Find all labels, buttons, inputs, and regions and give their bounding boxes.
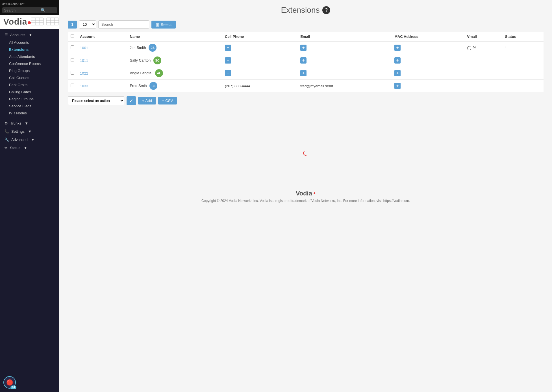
cell-phone-add-button[interactable]: +	[225, 45, 231, 51]
email-add-button[interactable]: +	[300, 57, 307, 64]
sidebar-item-conference-rooms[interactable]: Conference Rooms	[5, 60, 59, 67]
row-checkbox[interactable]	[71, 84, 74, 87]
row-cell-phone-cell: +	[222, 54, 297, 67]
mac-add-button[interactable]: +	[394, 45, 401, 51]
sidebar-item-service-flags[interactable]: Service Flags	[5, 103, 59, 110]
avatar: AL	[155, 69, 163, 77]
per-page-select[interactable]: 10 25 50 100	[79, 20, 96, 29]
mac-add-button[interactable]: +	[394, 83, 401, 89]
row-mac-cell: +	[392, 54, 464, 67]
main-layout: dst003.onc3.net 🔍 Vodia	[0, 0, 552, 392]
sidebar-settings-header[interactable]: 📞 Settings ▼	[0, 127, 59, 136]
help-icon[interactable]: ?	[322, 6, 330, 14]
page-num-button[interactable]: 1	[68, 21, 77, 29]
sidebar-item-call-queues[interactable]: Call Queues	[5, 74, 59, 81]
grid-svg-2	[46, 18, 59, 25]
th-name: Name	[127, 32, 222, 41]
row-mac-cell: +	[392, 41, 464, 54]
sidebar-search-input[interactable]	[4, 8, 41, 12]
sidebar-advanced-header[interactable]: 🔧 Advanced ▼	[0, 136, 59, 144]
th-vmail: Vmail	[464, 32, 502, 41]
footer-logo-text: Vodia	[296, 190, 312, 197]
list-icon: ☰	[5, 33, 8, 37]
bottom-actions: Please select an action ✓ + Add + CSV	[68, 96, 544, 105]
account-link[interactable]: 1011	[80, 58, 88, 63]
row-account-cell: 1011	[77, 54, 127, 67]
hostname: dst003.onc3.net	[2, 2, 57, 6]
row-account-cell: 1033	[77, 80, 127, 92]
email-add-button[interactable]: +	[300, 45, 307, 51]
row-checkbox-cell	[68, 41, 77, 54]
row-checkbox[interactable]	[71, 45, 74, 49]
avatar: SC	[153, 56, 161, 64]
grid-icon-2[interactable]	[46, 18, 59, 26]
gear-icon: ⚙	[5, 121, 8, 125]
avatar: JS	[149, 44, 157, 52]
cell-phone-add-button[interactable]: +	[225, 70, 231, 76]
chevron-down-icon: ▼	[28, 129, 32, 134]
row-status-cell	[502, 80, 544, 92]
extensions-table: Account Name Cell Phone Email MAC Addres…	[68, 32, 544, 92]
row-name-cell: Jim Smith JS	[127, 41, 222, 54]
select-all-checkbox[interactable]	[71, 34, 74, 38]
action-select[interactable]: Please select an action	[68, 96, 124, 105]
mac-add-button[interactable]: +	[394, 57, 401, 64]
sidebar-item-calling-cards[interactable]: Calling Cards	[5, 88, 59, 95]
check-button[interactable]: ✓	[127, 96, 136, 105]
status-value: 1	[505, 46, 507, 50]
row-name-cell: Sally Carlton SC	[127, 54, 222, 67]
logo-dots	[28, 21, 31, 24]
radio-icon-btn[interactable]: 🔴 14	[3, 376, 16, 389]
mac-add-button[interactable]: +	[394, 70, 401, 76]
wrench-icon: 🔧	[5, 138, 9, 142]
cell-phone-value: (207) 888-4444	[225, 84, 250, 88]
vmail-icons: ◯ %	[467, 45, 499, 50]
account-link[interactable]: 1001	[80, 46, 88, 50]
svg-point-10	[303, 150, 308, 156]
sidebar-item-extensions[interactable]: Extensions	[5, 46, 59, 53]
sidebar-item-park-orbits[interactable]: Park Orbits	[5, 81, 59, 88]
sidebar-item-label: All Accounts	[9, 40, 29, 45]
row-checkbox[interactable]	[71, 71, 74, 75]
vmail-circle-icon: ◯	[467, 45, 471, 50]
row-name: Fred Smih	[130, 84, 147, 88]
sidebar-item-label: Park Orbits	[9, 83, 27, 87]
table-body: 1001 Jim Smith JS + + +	[68, 41, 544, 92]
footer-logo: Vodia ●	[73, 190, 538, 197]
sidebar-item-ivr-nodes[interactable]: IVR Nodes	[5, 110, 59, 117]
loading-spinner	[303, 150, 308, 156]
advanced-label: Advanced	[11, 138, 28, 142]
account-link[interactable]: 1022	[80, 71, 88, 75]
row-name-cell: Fred Smih FS	[127, 80, 222, 92]
select-button[interactable]: ▦ Select	[151, 21, 176, 29]
search-input[interactable]	[98, 20, 149, 29]
add-button[interactable]: + Add	[138, 97, 156, 104]
sidebar-item-paging-groups[interactable]: Paging Groups	[5, 95, 59, 103]
email-add-button[interactable]: +	[300, 70, 307, 76]
table-row: 1022 Angie Langtel AL + +	[68, 67, 544, 80]
th-mac-address: MAC Address	[392, 32, 464, 41]
row-vmail-cell	[464, 54, 502, 67]
sidebar-item-ring-groups[interactable]: Ring Groups	[5, 67, 59, 74]
search-icon: 🔍	[41, 8, 45, 12]
row-checkbox-cell	[68, 80, 77, 92]
row-status-cell	[502, 67, 544, 80]
cell-phone-add-button[interactable]: +	[225, 57, 231, 64]
sidebar-sub-nav: All Accounts Extensions Auto Attendants …	[0, 39, 59, 117]
sidebar-item-label: Service Flags	[9, 104, 31, 108]
row-checkbox[interactable]	[71, 58, 74, 62]
footer: Vodia ● Copyright © 2024 Vodia Networks …	[68, 184, 544, 208]
account-link[interactable]: 1033	[80, 84, 88, 88]
row-email-cell: +	[297, 41, 392, 54]
sidebar-accounts-header[interactable]: ☰ Accounts ▼	[0, 31, 59, 39]
sidebar-item-all-accounts[interactable]: All Accounts	[5, 39, 59, 46]
row-vmail-cell	[464, 80, 502, 92]
sidebar-item-auto-attendants[interactable]: Auto Attendants	[5, 53, 59, 60]
grid-icon-1[interactable]	[31, 18, 44, 26]
sidebar-status-header[interactable]: ✏ Status ▼	[0, 144, 59, 152]
chevron-down-icon: ▼	[31, 138, 35, 142]
sidebar-nav: ☰ Accounts ▼ All Accounts Extensions Aut…	[0, 29, 59, 154]
csv-button[interactable]: + CSV	[158, 97, 177, 104]
sidebar-trunks-header[interactable]: ⚙ Trunks ▼	[0, 119, 59, 127]
row-mac-cell: +	[392, 80, 464, 92]
